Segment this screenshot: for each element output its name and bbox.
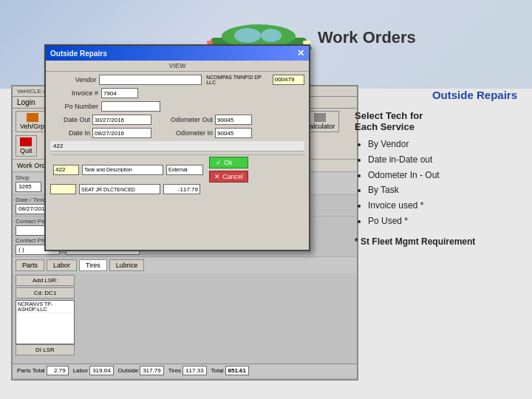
- tires-label: Tires: [168, 367, 181, 374]
- vendor-name-display: NCOMPAS TMNPSI DP LLC: [206, 75, 270, 85]
- odo-in-label: Odometer In: [157, 129, 213, 137]
- cd-dc1-button[interactable]: Cd: DC1: [16, 287, 75, 299]
- tires-value: 117.33: [183, 366, 206, 375]
- date-odometer-in-row: Date In Odometer In: [50, 128, 304, 138]
- date-odometer-out-row: Date Out Odometer Out: [50, 115, 304, 125]
- grand-total: Total 851.61: [211, 366, 249, 375]
- external-val-input[interactable]: [163, 184, 200, 194]
- select-tech-text: Select Tech for: [355, 110, 423, 121]
- outside-total: Outside 317.79: [118, 366, 164, 375]
- date-out-input[interactable]: [92, 115, 151, 125]
- odo-out-label: Odometer Out: [157, 116, 213, 123]
- odo-out-input[interactable]: [215, 115, 252, 125]
- account-row: 422: [50, 141, 304, 151]
- shop-input[interactable]: 3265: [16, 182, 41, 192]
- outside-repairs-modal: Outside Repairs ✕ VIEW Vendor NCOMPAS TM…: [44, 44, 310, 251]
- sub-list: NCRANVS TP-ASHOP-LLC: [16, 300, 75, 344]
- footnote: * St Fleet Mgmt Requirement: [355, 236, 517, 247]
- list-item[interactable]: NCRANVS TP-ASHOP-LLC: [16, 301, 74, 313]
- modal-title: Outside Repairs: [50, 50, 107, 58]
- right-panel: Outside Repairs Select Tech for Each Ser…: [355, 89, 517, 247]
- po-row: Po Number: [50, 101, 304, 112]
- parts-value: 2.79: [47, 366, 69, 375]
- odo-in-block: Odometer In: [157, 128, 252, 138]
- total-value: 851.61: [225, 366, 249, 375]
- tab-tires[interactable]: Tires: [79, 259, 107, 271]
- modal-close-icon[interactable]: ✕: [297, 48, 304, 58]
- invoice-row: Invoice #: [50, 88, 304, 98]
- date-in-block: Date In: [53, 128, 151, 138]
- cancel-button[interactable]: ✕ Cancel: [209, 171, 248, 183]
- bullet-item-vendor: By Vendor: [368, 138, 517, 151]
- tab-lubrice[interactable]: Lubrice: [109, 259, 145, 271]
- page-title: Work Orders: [318, 28, 416, 47]
- task-description-input[interactable]: [82, 165, 163, 175]
- parts-total: Parts Total 2.79: [17, 366, 69, 375]
- task-row: ✓ Ok ✕ Cancel: [50, 154, 304, 184]
- checkmark-icon: ✓: [216, 159, 222, 166]
- tires-total: Tires 117.33: [168, 366, 207, 375]
- add-lsr-button[interactable]: Add LSR:: [16, 275, 75, 286]
- total-label: Total: [211, 367, 224, 374]
- x-icon: ✕: [214, 173, 220, 180]
- tab-labor[interactable]: Labor: [47, 259, 77, 271]
- select-tech-sub: Each Service: [355, 121, 415, 132]
- select-tech-label: Select Tech for Each Service: [355, 110, 517, 132]
- modal-body: Vendor NCOMPAS TMNPSI DP LLC 000479 Invo…: [46, 72, 309, 200]
- tabs-row: Parts Labor Tires Lubrice: [13, 257, 357, 273]
- ok-button[interactable]: ✓ Ok: [209, 157, 248, 168]
- outside-value: 317.79: [140, 366, 163, 375]
- date-out-label: Date Out: [53, 116, 90, 123]
- parts-label: Parts Total: [17, 367, 45, 374]
- shop-label: Shop: [16, 174, 41, 181]
- bullet-item-invoice: Invoice used *: [368, 200, 517, 212]
- labor-value: 319.64: [89, 366, 113, 375]
- date-in-input[interactable]: [92, 128, 151, 138]
- task-data-row: [50, 184, 304, 194]
- svg-point-4: [261, 29, 282, 42]
- po-label: Po Number: [50, 103, 98, 110]
- bullet-list: By Vendor Date in-Date out Odometer In -…: [355, 138, 517, 228]
- invoice-label: Invoice #: [50, 89, 98, 97]
- external-input[interactable]: [166, 165, 203, 175]
- modal-subtitle: VIEW: [46, 61, 309, 72]
- account-code: 422: [53, 143, 63, 149]
- vendor-code: 000479: [273, 75, 304, 85]
- bullet-item-date: Date in-Date out: [368, 154, 517, 166]
- labor-label: Labor: [73, 367, 88, 374]
- totals-bar: Parts Total 2.79 Labor 319.64 Outside 31…: [13, 364, 357, 377]
- toolbar-quit[interactable]: Quit: [16, 135, 37, 157]
- tab-parts[interactable]: Parts: [16, 259, 44, 271]
- bullet-item-po: Po Used *: [368, 215, 517, 228]
- vendor-label: Vendor: [50, 76, 96, 83]
- right-section-title: Outside Repairs: [355, 89, 517, 101]
- date-out-block: Date Out: [53, 115, 151, 125]
- menu-login[interactable]: Login: [17, 98, 35, 106]
- field-shop: Shop 3265: [16, 174, 41, 192]
- invoice-input[interactable]: [101, 88, 138, 98]
- po-input[interactable]: [101, 101, 160, 112]
- odo-in-input[interactable]: [215, 128, 252, 138]
- task-desc-input-2[interactable]: [79, 184, 160, 194]
- labor-total: Labor 319.64: [73, 366, 114, 375]
- bullet-item-task: By Task: [368, 184, 517, 197]
- vendor-row: Vendor NCOMPAS TMNPSI DP LLC 000479: [50, 75, 304, 85]
- modal-action-buttons: ✓ Ok ✕ Cancel: [209, 157, 248, 183]
- left-sidebar: Add LSR: Cd: DC1 NCRANVS TP-ASHOP-LLC DI…: [13, 273, 83, 369]
- vendor-input[interactable]: [99, 75, 202, 85]
- task-num-input[interactable]: [53, 165, 79, 175]
- date-in-label: Date In: [53, 129, 90, 137]
- outside-label: Outside: [118, 367, 139, 374]
- bullet-item-odometer: Odometer In - Out: [368, 169, 517, 182]
- task-num-input-2[interactable]: [50, 184, 76, 194]
- modal-titlebar: Outside Repairs ✕: [46, 46, 309, 61]
- odo-out-block: Odometer Out: [157, 115, 252, 125]
- di-lsr-button[interactable]: DI LSR: [16, 344, 75, 355]
- svg-point-3: [234, 28, 261, 43]
